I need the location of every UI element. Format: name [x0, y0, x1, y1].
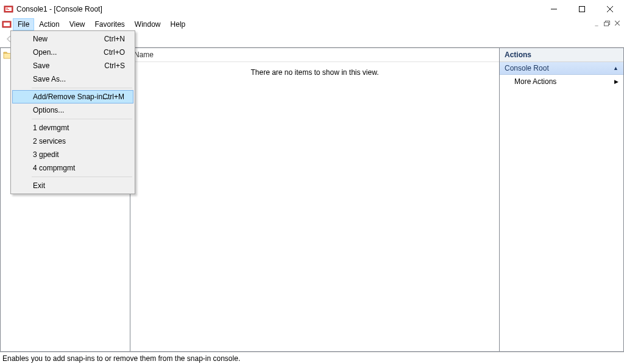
- menu-help[interactable]: Help: [166, 18, 191, 30]
- menu-item-open[interactable]: Open...Ctrl+O: [12, 46, 133, 59]
- actions-section-header[interactable]: Console Root ▲: [500, 62, 623, 75]
- minimize-button[interactable]: [540, 0, 568, 18]
- menu-item-label: Save: [33, 61, 49, 70]
- actions-more[interactable]: More Actions ▶: [500, 75, 623, 88]
- svg-rect-5: [580, 7, 585, 12]
- menu-item-shortcut: Ctrl+N: [104, 35, 125, 43]
- actions-title: Actions: [500, 48, 623, 62]
- menu-separator: [32, 119, 132, 119]
- menu-window[interactable]: Window: [130, 18, 166, 30]
- file-menu-dropdown: NewCtrl+NOpen...Ctrl+OSaveCtrl+SSave As.…: [10, 30, 135, 194]
- menu-item-shortcut: Ctrl+O: [104, 48, 125, 57]
- status-text: Enables you to add snap-ins to or remove…: [2, 354, 240, 363]
- menu-item-label: Save As...: [33, 75, 66, 83]
- menu-item-label: Exit: [33, 181, 45, 190]
- menu-item-label: Open...: [33, 48, 57, 57]
- mdi-restore-button[interactable]: [603, 19, 611, 27]
- close-button[interactable]: [596, 0, 624, 18]
- list-body: There are no items to show in this view.: [130, 62, 499, 351]
- chevron-right-icon: ▶: [614, 79, 619, 85]
- menu-item-shortcut: Ctrl+S: [104, 61, 125, 70]
- menu-item-label: 2 services: [33, 137, 66, 145]
- menu-file[interactable]: File: [13, 18, 34, 30]
- list-pane[interactable]: Name There are no items to show in this …: [130, 47, 500, 352]
- collapse-icon: ▲: [613, 65, 619, 71]
- menu-favorites[interactable]: Favorites: [90, 18, 130, 30]
- mdi-controls: _: [592, 19, 622, 27]
- menu-item-add-remove-snap-in[interactable]: Add/Remove Snap-in...Ctrl+M: [12, 90, 133, 103]
- app-icon: [4, 4, 13, 14]
- mdi-minimize-button[interactable]: _: [592, 19, 601, 27]
- menu-item-save-as[interactable]: Save As...: [12, 72, 133, 86]
- menu-item-3-gpedit[interactable]: 3 gpedit: [12, 148, 133, 161]
- menu-item-label: 1 devmgmt: [33, 124, 69, 132]
- window-title: Console1 - [Console Root]: [16, 5, 102, 13]
- menu-item-new[interactable]: NewCtrl+N: [12, 32, 133, 46]
- menu-separator: [32, 88, 132, 88]
- svg-rect-3: [6, 9, 9, 10]
- menu-item-1-devmgmt[interactable]: 1 devmgmt: [12, 121, 133, 135]
- menu-view[interactable]: View: [65, 18, 90, 30]
- menu-item-label: 4 compmgmt: [33, 164, 75, 172]
- menu-item-label: New: [33, 35, 48, 43]
- title-bar: Console1 - [Console Root]: [0, 0, 624, 18]
- menu-item-shortcut: Ctrl+M: [102, 93, 124, 101]
- svg-rect-2: [6, 8, 8, 9]
- menu-action[interactable]: Action: [34, 18, 64, 30]
- actions-more-label: More Actions: [514, 77, 556, 86]
- menu-bar: File Action View Favorites Window Help _: [0, 18, 624, 30]
- maximize-button[interactable]: [568, 0, 596, 18]
- menu-item-label: 3 gpedit: [33, 150, 59, 159]
- menu-item-save[interactable]: SaveCtrl+S: [12, 59, 133, 72]
- menu-item-2-services[interactable]: 2 services: [12, 135, 133, 148]
- menu-item-label: Options...: [33, 106, 64, 114]
- empty-text: There are no items to show in this view.: [250, 68, 378, 351]
- mdi-close-button[interactable]: [613, 19, 622, 27]
- list-column-header[interactable]: Name: [130, 48, 499, 62]
- menu-separator: [32, 177, 132, 177]
- svg-rect-11: [604, 22, 609, 26]
- svg-rect-9: [4, 23, 10, 26]
- mdi-icon: [2, 19, 12, 29]
- window-controls: [540, 0, 624, 18]
- menu-item-4-compmgmt[interactable]: 4 compmgmt: [12, 161, 133, 175]
- menu-item-label: Add/Remove Snap-in...: [33, 93, 108, 101]
- status-bar: Enables you to add snap-ins to or remove…: [0, 352, 624, 364]
- menu-item-exit[interactable]: Exit: [12, 179, 133, 192]
- actions-pane: Actions Console Root ▲ More Actions ▶: [500, 47, 624, 352]
- actions-section-label: Console Root: [505, 64, 549, 72]
- menu-item-options[interactable]: Options...: [12, 103, 133, 117]
